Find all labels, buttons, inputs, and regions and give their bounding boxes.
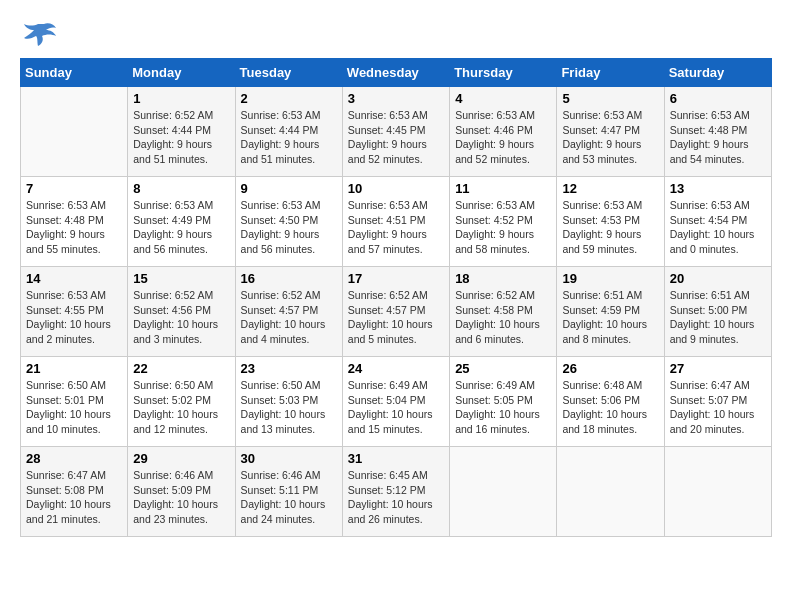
day-number: 6 [670, 91, 766, 106]
day-info: Sunrise: 6:45 AMSunset: 5:12 PMDaylight:… [348, 468, 444, 527]
day-info: Sunrise: 6:51 AMSunset: 4:59 PMDaylight:… [562, 288, 658, 347]
column-header-monday: Monday [128, 59, 235, 87]
calendar-cell: 25Sunrise: 6:49 AMSunset: 5:05 PMDayligh… [450, 357, 557, 447]
day-number: 21 [26, 361, 122, 376]
day-number: 3 [348, 91, 444, 106]
day-info: Sunrise: 6:53 AMSunset: 4:54 PMDaylight:… [670, 198, 766, 257]
day-number: 11 [455, 181, 551, 196]
day-info: Sunrise: 6:51 AMSunset: 5:00 PMDaylight:… [670, 288, 766, 347]
calendar-cell: 4Sunrise: 6:53 AMSunset: 4:46 PMDaylight… [450, 87, 557, 177]
calendar-cell: 2Sunrise: 6:53 AMSunset: 4:44 PMDaylight… [235, 87, 342, 177]
day-number: 7 [26, 181, 122, 196]
day-info: Sunrise: 6:53 AMSunset: 4:55 PMDaylight:… [26, 288, 122, 347]
column-header-saturday: Saturday [664, 59, 771, 87]
column-header-thursday: Thursday [450, 59, 557, 87]
day-number: 22 [133, 361, 229, 376]
day-number: 9 [241, 181, 337, 196]
day-number: 4 [455, 91, 551, 106]
day-info: Sunrise: 6:53 AMSunset: 4:50 PMDaylight:… [241, 198, 337, 257]
calendar-cell: 10Sunrise: 6:53 AMSunset: 4:51 PMDayligh… [342, 177, 449, 267]
day-info: Sunrise: 6:52 AMSunset: 4:57 PMDaylight:… [241, 288, 337, 347]
day-info: Sunrise: 6:52 AMSunset: 4:44 PMDaylight:… [133, 108, 229, 167]
header [20, 20, 772, 48]
column-header-sunday: Sunday [21, 59, 128, 87]
calendar-cell: 21Sunrise: 6:50 AMSunset: 5:01 PMDayligh… [21, 357, 128, 447]
day-info: Sunrise: 6:53 AMSunset: 4:48 PMDaylight:… [26, 198, 122, 257]
day-info: Sunrise: 6:53 AMSunset: 4:51 PMDaylight:… [348, 198, 444, 257]
logo [20, 20, 56, 48]
calendar-cell: 11Sunrise: 6:53 AMSunset: 4:52 PMDayligh… [450, 177, 557, 267]
day-number: 1 [133, 91, 229, 106]
calendar-cell: 15Sunrise: 6:52 AMSunset: 4:56 PMDayligh… [128, 267, 235, 357]
calendar-cell: 16Sunrise: 6:52 AMSunset: 4:57 PMDayligh… [235, 267, 342, 357]
day-number: 13 [670, 181, 766, 196]
calendar-cell: 19Sunrise: 6:51 AMSunset: 4:59 PMDayligh… [557, 267, 664, 357]
day-info: Sunrise: 6:53 AMSunset: 4:48 PMDaylight:… [670, 108, 766, 167]
day-info: Sunrise: 6:50 AMSunset: 5:03 PMDaylight:… [241, 378, 337, 437]
calendar-cell: 27Sunrise: 6:47 AMSunset: 5:07 PMDayligh… [664, 357, 771, 447]
column-header-friday: Friday [557, 59, 664, 87]
calendar-cell: 29Sunrise: 6:46 AMSunset: 5:09 PMDayligh… [128, 447, 235, 537]
calendar-header-row: SundayMondayTuesdayWednesdayThursdayFrid… [21, 59, 772, 87]
day-number: 17 [348, 271, 444, 286]
calendar-week-row: 28Sunrise: 6:47 AMSunset: 5:08 PMDayligh… [21, 447, 772, 537]
calendar-cell: 23Sunrise: 6:50 AMSunset: 5:03 PMDayligh… [235, 357, 342, 447]
calendar-cell: 13Sunrise: 6:53 AMSunset: 4:54 PMDayligh… [664, 177, 771, 267]
day-number: 18 [455, 271, 551, 286]
calendar-week-row: 21Sunrise: 6:50 AMSunset: 5:01 PMDayligh… [21, 357, 772, 447]
day-number: 19 [562, 271, 658, 286]
day-number: 26 [562, 361, 658, 376]
day-number: 16 [241, 271, 337, 286]
day-number: 24 [348, 361, 444, 376]
day-number: 28 [26, 451, 122, 466]
calendar-cell [450, 447, 557, 537]
day-info: Sunrise: 6:53 AMSunset: 4:45 PMDaylight:… [348, 108, 444, 167]
day-number: 29 [133, 451, 229, 466]
calendar-cell: 30Sunrise: 6:46 AMSunset: 5:11 PMDayligh… [235, 447, 342, 537]
calendar-cell: 6Sunrise: 6:53 AMSunset: 4:48 PMDaylight… [664, 87, 771, 177]
calendar-cell: 31Sunrise: 6:45 AMSunset: 5:12 PMDayligh… [342, 447, 449, 537]
calendar-week-row: 14Sunrise: 6:53 AMSunset: 4:55 PMDayligh… [21, 267, 772, 357]
calendar-cell: 3Sunrise: 6:53 AMSunset: 4:45 PMDaylight… [342, 87, 449, 177]
logo-bird-icon [24, 20, 56, 48]
calendar-week-row: 7Sunrise: 6:53 AMSunset: 4:48 PMDaylight… [21, 177, 772, 267]
day-info: Sunrise: 6:49 AMSunset: 5:04 PMDaylight:… [348, 378, 444, 437]
calendar-week-row: 1Sunrise: 6:52 AMSunset: 4:44 PMDaylight… [21, 87, 772, 177]
day-info: Sunrise: 6:53 AMSunset: 4:46 PMDaylight:… [455, 108, 551, 167]
calendar-cell: 5Sunrise: 6:53 AMSunset: 4:47 PMDaylight… [557, 87, 664, 177]
day-info: Sunrise: 6:52 AMSunset: 4:58 PMDaylight:… [455, 288, 551, 347]
calendar-cell: 1Sunrise: 6:52 AMSunset: 4:44 PMDaylight… [128, 87, 235, 177]
day-number: 30 [241, 451, 337, 466]
day-info: Sunrise: 6:53 AMSunset: 4:44 PMDaylight:… [241, 108, 337, 167]
calendar-cell: 14Sunrise: 6:53 AMSunset: 4:55 PMDayligh… [21, 267, 128, 357]
day-number: 8 [133, 181, 229, 196]
day-info: Sunrise: 6:53 AMSunset: 4:53 PMDaylight:… [562, 198, 658, 257]
calendar-cell [664, 447, 771, 537]
day-number: 15 [133, 271, 229, 286]
calendar-cell: 12Sunrise: 6:53 AMSunset: 4:53 PMDayligh… [557, 177, 664, 267]
calendar-cell [557, 447, 664, 537]
calendar-cell: 7Sunrise: 6:53 AMSunset: 4:48 PMDaylight… [21, 177, 128, 267]
column-header-tuesday: Tuesday [235, 59, 342, 87]
day-number: 12 [562, 181, 658, 196]
day-info: Sunrise: 6:53 AMSunset: 4:47 PMDaylight:… [562, 108, 658, 167]
calendar-table: SundayMondayTuesdayWednesdayThursdayFrid… [20, 58, 772, 537]
day-number: 20 [670, 271, 766, 286]
day-info: Sunrise: 6:53 AMSunset: 4:49 PMDaylight:… [133, 198, 229, 257]
calendar-cell: 17Sunrise: 6:52 AMSunset: 4:57 PMDayligh… [342, 267, 449, 357]
calendar-cell: 18Sunrise: 6:52 AMSunset: 4:58 PMDayligh… [450, 267, 557, 357]
day-number: 5 [562, 91, 658, 106]
calendar-cell [21, 87, 128, 177]
day-info: Sunrise: 6:50 AMSunset: 5:02 PMDaylight:… [133, 378, 229, 437]
calendar-cell: 26Sunrise: 6:48 AMSunset: 5:06 PMDayligh… [557, 357, 664, 447]
day-number: 2 [241, 91, 337, 106]
calendar-cell: 20Sunrise: 6:51 AMSunset: 5:00 PMDayligh… [664, 267, 771, 357]
day-info: Sunrise: 6:46 AMSunset: 5:11 PMDaylight:… [241, 468, 337, 527]
calendar-cell: 28Sunrise: 6:47 AMSunset: 5:08 PMDayligh… [21, 447, 128, 537]
day-info: Sunrise: 6:48 AMSunset: 5:06 PMDaylight:… [562, 378, 658, 437]
day-info: Sunrise: 6:52 AMSunset: 4:57 PMDaylight:… [348, 288, 444, 347]
day-number: 31 [348, 451, 444, 466]
day-number: 25 [455, 361, 551, 376]
day-info: Sunrise: 6:53 AMSunset: 4:52 PMDaylight:… [455, 198, 551, 257]
day-info: Sunrise: 6:49 AMSunset: 5:05 PMDaylight:… [455, 378, 551, 437]
